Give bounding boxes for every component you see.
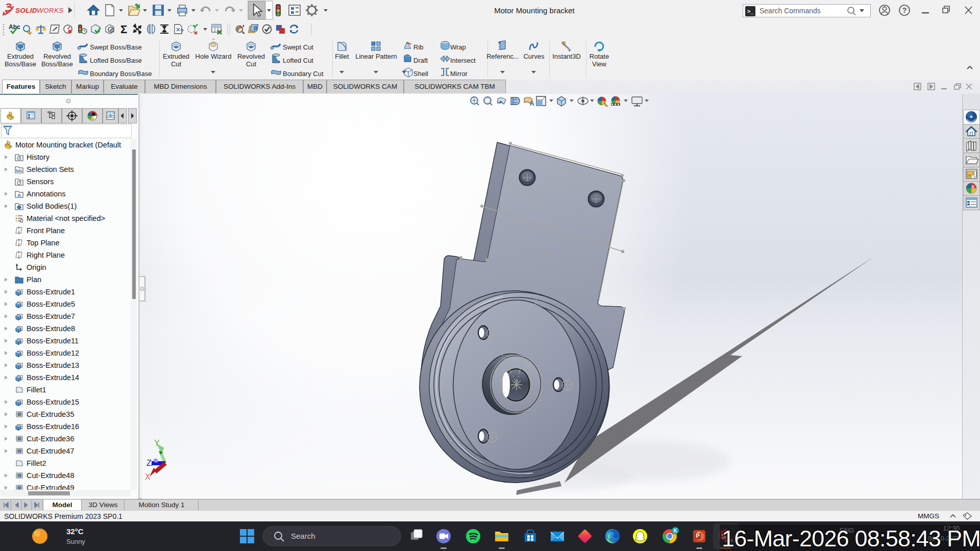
svg-text:Z: Z (146, 459, 152, 467)
svg-text:P: P (696, 533, 699, 539)
svg-text:32°C: 32°C (66, 527, 84, 536)
svg-text:Search: Search (291, 532, 315, 540)
svg-text:?: ? (902, 6, 907, 14)
svg-text:?: ? (180, 28, 184, 34)
svg-text:Y: Y (154, 439, 160, 447)
svg-text:K: K (673, 528, 677, 534)
svg-text:Σ: Σ (120, 23, 127, 36)
svg-text:Abc: Abc (9, 23, 20, 31)
svg-text:A: A (530, 100, 534, 107)
svg-text:16-Mar-2026 08:58:43 PM: 16-Mar-2026 08:58:43 PM (722, 525, 980, 551)
svg-text:X: X (145, 472, 151, 481)
svg-text:Sunny: Sunny (66, 538, 85, 545)
svg-text:WORKS: WORKS (37, 7, 64, 14)
svg-text:SOLID: SOLID (15, 7, 37, 14)
